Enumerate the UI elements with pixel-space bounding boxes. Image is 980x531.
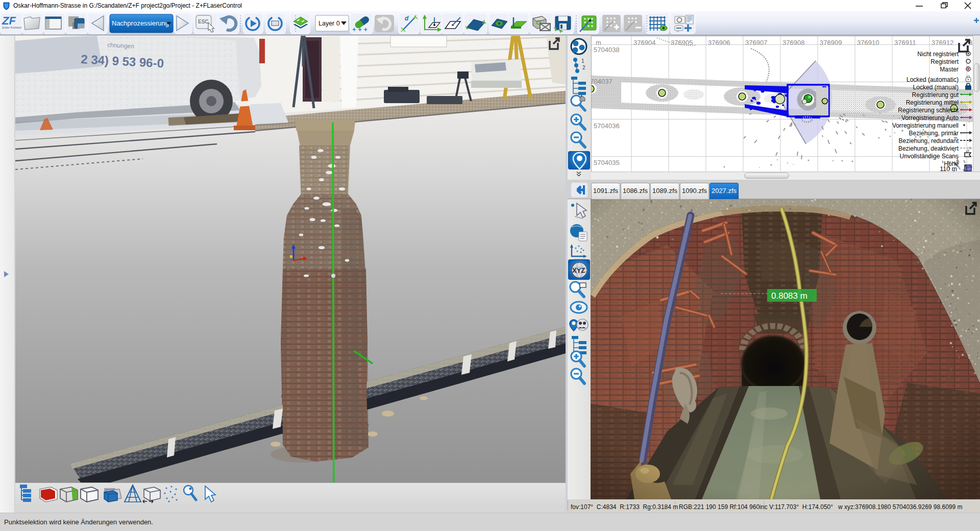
svg-text:Vorregistrierung manuell: Vorregistrierung manuell bbox=[892, 122, 959, 129]
svg-text:376907: 376907 bbox=[745, 39, 767, 46]
svg-text:376906: 376906 bbox=[708, 39, 730, 46]
svg-text:376904: 376904 bbox=[633, 39, 655, 46]
svg-text:Locked (manual): Locked (manual) bbox=[913, 84, 959, 91]
svg-text:376912: 376912 bbox=[932, 39, 953, 46]
svg-text:Registriert: Registriert bbox=[930, 58, 959, 65]
svg-text:Unvollständige Scans: Unvollständige Scans bbox=[900, 153, 959, 160]
svg-text:376908: 376908 bbox=[782, 39, 804, 46]
svg-text:m: m bbox=[596, 39, 601, 46]
svg-text:Nicht registriert: Nicht registriert bbox=[917, 51, 959, 58]
svg-text:Registrierung gut: Registrierung gut bbox=[912, 91, 959, 99]
svg-text:Beziehung, redundant: Beziehung, redundant bbox=[899, 137, 959, 144]
svg-text:5704036: 5704036 bbox=[594, 122, 620, 130]
svg-text:Master: Master bbox=[940, 66, 959, 73]
svg-text:Beziehung, primär: Beziehung, primär bbox=[909, 130, 959, 137]
svg-text:Nachprozessierung: Nachprozessierung bbox=[112, 19, 169, 27]
svg-text:0.8083 m: 0.8083 m bbox=[771, 291, 807, 301]
svg-text:XYZ: XYZ bbox=[572, 267, 585, 274]
svg-text:376905: 376905 bbox=[671, 39, 693, 46]
svg-text:+ + +: + + + bbox=[352, 26, 368, 33]
svg-text:chnungen: chnungen bbox=[107, 41, 134, 50]
svg-text:376911: 376911 bbox=[894, 39, 916, 46]
svg-text:Registrierung mittel: Registrierung mittel bbox=[906, 99, 959, 106]
svg-text:110 m: 110 m bbox=[940, 165, 957, 172]
svg-text:d: d bbox=[405, 15, 409, 22]
svg-text:ESC: ESC bbox=[198, 19, 209, 25]
svg-text:ZF: ZF bbox=[2, 14, 16, 27]
svg-text:5704038: 5704038 bbox=[594, 46, 620, 54]
svg-text:Layer 0: Layer 0 bbox=[318, 20, 340, 27]
svg-text:1: 1 bbox=[581, 58, 584, 64]
svg-text:376909: 376909 bbox=[820, 39, 842, 46]
svg-text:Zoller Fröhlich: Zoller Fröhlich bbox=[2, 26, 21, 29]
svg-text:Locked (automatic): Locked (automatic) bbox=[906, 76, 959, 83]
svg-text:5704035: 5704035 bbox=[594, 159, 620, 166]
svg-text:5704037: 5704037 bbox=[592, 78, 612, 85]
svg-text:Vorregistrierung Auto: Vorregistrierung Auto bbox=[901, 114, 959, 122]
svg-text:2: 2 bbox=[582, 65, 585, 70]
svg-text:Beziehung, deaktiviert: Beziehung, deaktiviert bbox=[898, 145, 959, 152]
svg-text:376910: 376910 bbox=[857, 39, 879, 46]
svg-text:Registrierung schlecht: Registrierung schlecht bbox=[898, 107, 959, 114]
